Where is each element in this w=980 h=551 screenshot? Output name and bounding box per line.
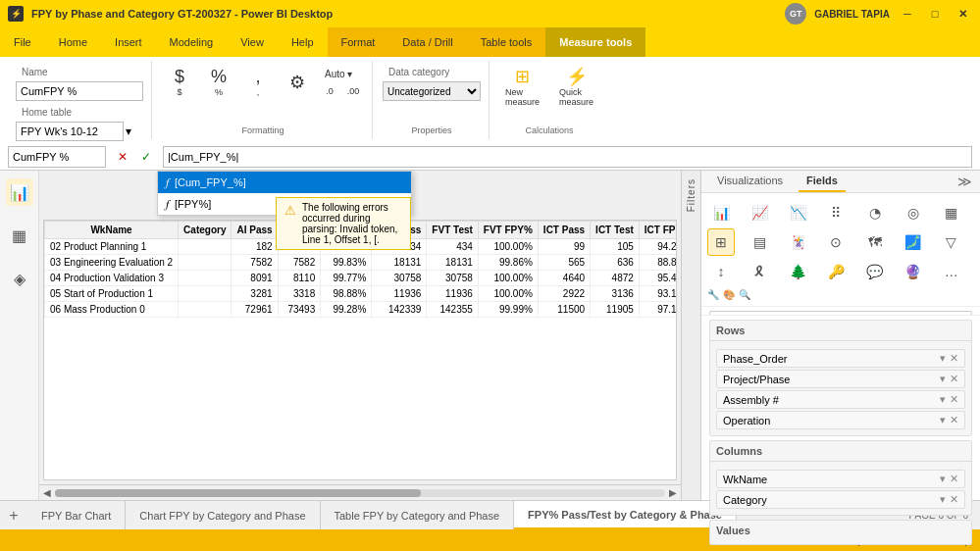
tab-measure-tools[interactable]: Measure tools <box>545 27 645 57</box>
viz-line-chart[interactable]: 📈 <box>746 199 773 226</box>
tab-home[interactable]: Home <box>45 27 101 57</box>
decrease-decimal-button[interactable]: .0 <box>319 84 340 98</box>
viz-card[interactable]: 🃏 <box>784 228 811 256</box>
scroll-left-icon[interactable]: ◀ <box>43 487 51 498</box>
formula-bar: ✕ ✓ <box>0 143 980 171</box>
rows-item-controls[interactable]: ▾✕ <box>940 393 958 406</box>
rows-item[interactable]: Operation▾✕ <box>716 411 965 429</box>
rows-item-controls[interactable]: ▾✕ <box>940 373 958 385</box>
remove-icon[interactable]: ✕ <box>950 493 958 506</box>
viz-decomp[interactable]: 🌲 <box>784 258 811 285</box>
table-cell: 98.88% <box>321 286 372 302</box>
viz-donut[interactable]: ◎ <box>900 199 927 226</box>
rows-item-controls[interactable]: ▾✕ <box>940 352 958 365</box>
remove-icon[interactable]: ✕ <box>950 393 958 406</box>
rows-item[interactable]: Project/Phase▾✕ <box>716 370 965 388</box>
viz-filled-map[interactable]: 🗾 <box>900 228 927 256</box>
table-cell: 142355 <box>427 302 478 318</box>
table-cell: 8110 <box>278 271 321 286</box>
comma-button[interactable]: ,, <box>240 65 276 100</box>
columns-item-controls[interactable]: ▾✕ <box>940 473 958 485</box>
table-cell: 100.00% <box>478 239 538 255</box>
new-measure-button[interactable]: ⊞ Newmeasure <box>499 65 545 110</box>
viz-table[interactable]: ⊞ <box>707 228 735 256</box>
tab-fpy-bar[interactable]: FPY Bar Chart <box>27 501 126 529</box>
percent-button[interactable]: %% <box>201 65 236 100</box>
format-options-button[interactable]: ⚙ <box>280 71 315 94</box>
viz-smart[interactable]: 🔮 <box>900 258 927 285</box>
viz-area-chart[interactable]: 📉 <box>784 199 811 226</box>
minimize-button[interactable]: ─ <box>898 4 917 24</box>
restore-button[interactable]: □ <box>925 4 945 24</box>
viz-grid: 📊 📈 📉 ⠿ ◔ ◎ ▦ ⊞ ▤ 🃏 ⊙ 🗺 🗾 ▽ ↕ 🎗 🌲 🔑 💬 <box>707 199 974 285</box>
tab-table-fpy[interactable]: Table FPY by Category and Phase <box>321 501 515 529</box>
format-icon: 🎨 <box>723 289 735 300</box>
tab-modeling[interactable]: Modeling <box>156 27 228 57</box>
viz-qna[interactable]: 💬 <box>861 258 889 285</box>
formula-confirm-button[interactable]: ✓ <box>135 146 157 168</box>
rows-item[interactable]: Assembly #▾✕ <box>716 390 965 409</box>
table-cell: 97.10% <box>639 302 677 318</box>
rows-item-controls[interactable]: ▾✕ <box>940 414 958 426</box>
remove-icon[interactable]: ✕ <box>950 473 958 485</box>
properties-group-label: Properties <box>383 122 481 135</box>
scroll-right-icon[interactable]: ▶ <box>669 487 677 498</box>
tab-format[interactable]: Format <box>328 27 389 57</box>
tab-help[interactable]: Help <box>278 27 328 57</box>
quick-measure-button[interactable]: ⚡ Quickmeasure <box>553 65 599 110</box>
tab-visualizations[interactable]: Visualizations <box>709 171 791 192</box>
viz-bar-chart[interactable]: 📊 <box>707 199 735 226</box>
panel-expand-icon[interactable]: ≫ <box>957 174 972 189</box>
data-view-icon[interactable]: ▦ <box>6 222 33 249</box>
viz-ribbon[interactable]: 🎗 <box>746 258 773 285</box>
viz-matrix[interactable]: ▤ <box>746 228 773 256</box>
columns-item[interactable]: WkName▾✕ <box>716 470 965 488</box>
add-page-button[interactable]: + <box>0 501 27 529</box>
home-table-dropdown[interactable]: ▾ <box>126 125 131 138</box>
currency-button[interactable]: $$ <box>162 65 197 100</box>
viz-waterfall[interactable]: ↕ <box>707 258 735 285</box>
tab-file[interactable]: File <box>0 27 45 57</box>
tab-chart-fpy[interactable]: Chart FPY by Category and Phase <box>126 501 320 529</box>
table-cell: 93.18% <box>639 286 677 302</box>
viz-map[interactable]: 🗺 <box>861 228 889 256</box>
remove-icon[interactable]: ✕ <box>950 373 958 385</box>
formula-name-input[interactable] <box>8 146 106 168</box>
chevron-down-icon: ▾ <box>940 493 946 506</box>
autocomplete-dropdown: ⚠ The following errors occurred during p… <box>157 171 412 216</box>
table-cell: 06 Mass Production 0 <box>45 302 179 318</box>
formula-cancel-button[interactable]: ✕ <box>112 146 133 168</box>
table-cell <box>179 255 232 271</box>
rows-item[interactable]: Phase_Order▾✕ <box>716 349 965 368</box>
viz-treemap[interactable]: ▦ <box>938 199 965 226</box>
table-cell <box>179 286 232 302</box>
tab-insert[interactable]: Insert <box>101 27 156 57</box>
autocomplete-item-selected[interactable]: 𝑓 [Cum_FPY_%] <box>158 172 411 193</box>
viz-pie[interactable]: ◔ <box>861 199 889 226</box>
model-view-icon[interactable]: ◈ <box>6 265 33 292</box>
chevron-down-icon: ▾ <box>940 414 946 426</box>
tab-table-tools[interactable]: Table tools <box>467 27 546 57</box>
increase-decimal-button[interactable]: .00 <box>342 84 364 98</box>
viz-more[interactable]: … <box>938 258 965 285</box>
close-button[interactable]: ✕ <box>953 4 972 24</box>
tab-view[interactable]: View <box>227 27 278 57</box>
report-view-icon[interactable]: 📊 <box>6 178 33 206</box>
columns-item[interactable]: Category▾✕ <box>716 490 965 509</box>
viz-funnel[interactable]: ▽ <box>938 228 965 256</box>
home-table-input[interactable] <box>16 122 124 141</box>
viz-influencers[interactable]: 🔑 <box>822 258 850 285</box>
measure-name-input[interactable] <box>16 81 143 101</box>
viz-gauge[interactable]: ⊙ <box>822 228 850 256</box>
remove-icon[interactable]: ✕ <box>950 414 958 426</box>
data-category-select[interactable]: Uncategorized <box>383 81 481 101</box>
formula-expression-input[interactable] <box>163 146 972 168</box>
remove-icon[interactable]: ✕ <box>950 352 958 365</box>
tab-fields[interactable]: Fields <box>799 171 846 192</box>
tab-data-drill[interactable]: Data / Drill <box>388 27 466 57</box>
auto-format-button[interactable]: Auto ▾ <box>319 67 364 81</box>
formatting-row: $$ %% ,, ⚙ Auto ▾ .0 .00 <box>162 65 364 100</box>
viz-scatter[interactable]: ⠿ <box>822 199 850 226</box>
table-cell: 99 <box>538 239 590 255</box>
columns-item-controls[interactable]: ▾✕ <box>940 493 958 506</box>
